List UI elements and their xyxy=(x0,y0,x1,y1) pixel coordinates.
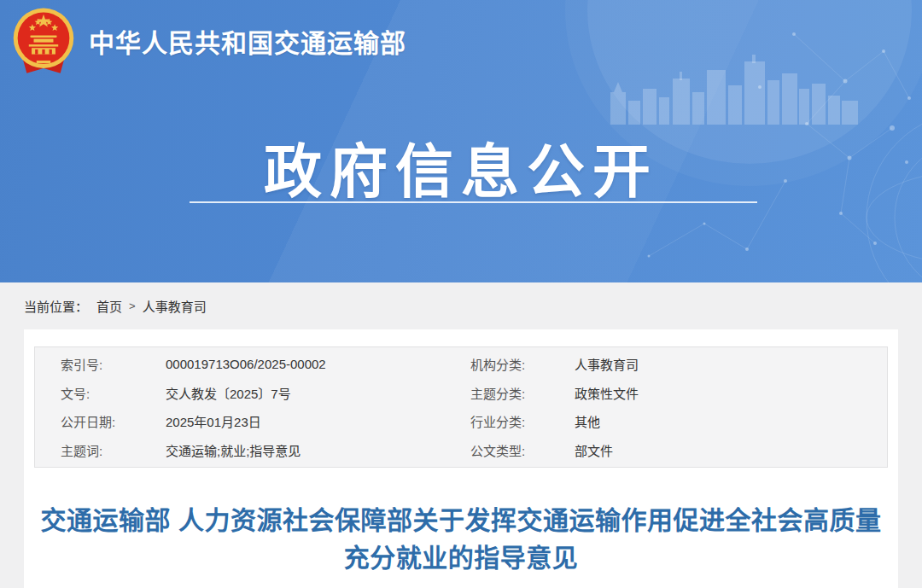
meta-label-publish-date: 公开日期: xyxy=(61,412,166,430)
document-title: 交通运输部 人力资源社会保障部关于发挥交通运输作用促进全社会高质量充分就业的指导… xyxy=(34,502,888,577)
banner-underline xyxy=(190,201,757,203)
content-card: 索引号: 000019713O06/2025-00002 机构分类: 人事教育司… xyxy=(24,329,898,588)
meta-label-doc-type: 公文类型: xyxy=(470,441,575,459)
meta-label-index-number: 索引号: xyxy=(61,355,166,373)
site-logo[interactable]: 中华人民共和国交通运输部 xyxy=(9,5,406,77)
meta-value-keywords: 交通运输;就业;指导意见 xyxy=(166,441,470,459)
breadcrumb-separator: > xyxy=(129,300,136,312)
breadcrumb: 当前位置： 首页 > 人事教育司 xyxy=(0,282,922,329)
meta-label-keywords: 主题词: xyxy=(61,441,166,459)
meta-value-topic-category: 政策性文件 xyxy=(575,384,887,402)
meta-value-industry-category: 其他 xyxy=(575,412,887,430)
metadata-row: 文号: 交人教发〔2025〕7号 主题分类: 政策性文件 xyxy=(35,379,887,408)
meta-value-doc-number: 交人教发〔2025〕7号 xyxy=(166,384,470,402)
meta-label-topic-category: 主题分类: xyxy=(470,384,575,402)
breadcrumb-label: 当前位置： xyxy=(24,297,88,315)
national-emblem-icon xyxy=(9,5,79,77)
meta-label-doc-number: 文号: xyxy=(61,384,166,402)
breadcrumb-item-department[interactable]: 人事教育司 xyxy=(143,297,207,315)
metadata-row: 索引号: 000019713O06/2025-00002 机构分类: 人事教育司 xyxy=(35,350,887,379)
metadata-table: 索引号: 000019713O06/2025-00002 机构分类: 人事教育司… xyxy=(34,346,888,468)
site-name[interactable]: 中华人民共和国交通运输部 xyxy=(89,22,406,60)
meta-label-industry-category: 行业分类: xyxy=(470,412,575,430)
meta-value-doc-type: 部文件 xyxy=(575,441,887,459)
banner-title: 政府信息公开 xyxy=(0,125,922,209)
breadcrumb-item-home[interactable]: 首页 xyxy=(96,297,122,315)
meta-value-publish-date: 2025年01月23日 xyxy=(166,412,470,430)
meta-label-org-category: 机构分类: xyxy=(470,355,575,373)
banner: 中华人民共和国交通运输部 政府信息公开 xyxy=(0,0,922,282)
meta-value-org-category: 人事教育司 xyxy=(575,355,887,373)
meta-value-index-number: 000019713O06/2025-00002 xyxy=(166,357,470,371)
metadata-row: 主题词: 交通运输;就业;指导意见 公文类型: 部文件 xyxy=(35,436,887,465)
metadata-row: 公开日期: 2025年01月23日 行业分类: 其他 xyxy=(35,407,887,436)
